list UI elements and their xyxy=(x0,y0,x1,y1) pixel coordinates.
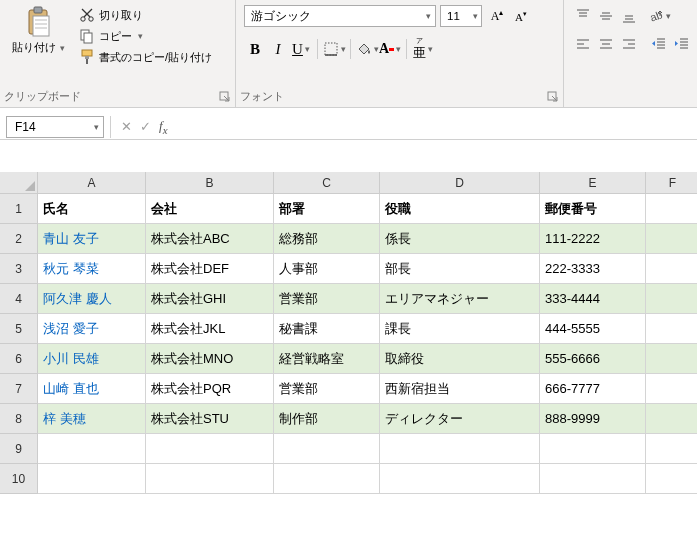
align-middle-button[interactable] xyxy=(595,5,617,27)
cell[interactable] xyxy=(380,434,540,464)
cell[interactable]: 株式会社PQR xyxy=(146,374,274,404)
cell[interactable]: 555-6666 xyxy=(540,344,646,374)
fill-color-button[interactable]: ▾ xyxy=(356,38,378,60)
cell[interactable] xyxy=(540,434,646,464)
paste-button[interactable]: 貼り付け▾ xyxy=(4,2,73,59)
cell[interactable] xyxy=(646,374,697,404)
cell[interactable] xyxy=(646,224,697,254)
cell[interactable]: 梓 美穂 xyxy=(38,404,146,434)
cell[interactable] xyxy=(540,464,646,494)
cell[interactable]: 株式会社DEF xyxy=(146,254,274,284)
row-header[interactable]: 6 xyxy=(0,344,38,374)
decrease-indent-button[interactable] xyxy=(648,33,670,55)
cell[interactable] xyxy=(646,314,697,344)
cell[interactable]: 人事部 xyxy=(274,254,380,284)
cell[interactable]: 取締役 xyxy=(380,344,540,374)
cell[interactable]: 株式会社ABC xyxy=(146,224,274,254)
column-header[interactable]: D xyxy=(380,172,540,194)
row-header[interactable]: 8 xyxy=(0,404,38,434)
cell[interactable]: 444-5555 xyxy=(540,314,646,344)
column-header[interactable]: F xyxy=(646,172,697,194)
cell[interactable]: 総務部 xyxy=(274,224,380,254)
cell[interactable] xyxy=(646,284,697,314)
italic-button[interactable]: I xyxy=(267,38,289,60)
copy-button[interactable]: コピー ▾ xyxy=(75,26,216,46)
row-header[interactable]: 3 xyxy=(0,254,38,284)
cell[interactable]: 役職 xyxy=(380,194,540,224)
cut-button[interactable]: 切り取り xyxy=(75,5,216,25)
cell[interactable] xyxy=(646,344,697,374)
fx-icon[interactable]: fx xyxy=(159,118,167,136)
cell[interactable]: 株式会社GHI xyxy=(146,284,274,314)
cell[interactable] xyxy=(646,254,697,284)
align-center-button[interactable] xyxy=(595,33,617,55)
cell[interactable] xyxy=(146,434,274,464)
dialog-launcher-icon[interactable] xyxy=(547,91,559,103)
cell[interactable]: 山崎 直也 xyxy=(38,374,146,404)
increase-indent-button[interactable] xyxy=(671,33,693,55)
cell[interactable]: 青山 友子 xyxy=(38,224,146,254)
cell[interactable]: 経営戦略室 xyxy=(274,344,380,374)
cell[interactable] xyxy=(646,464,697,494)
select-all-corner[interactable] xyxy=(0,172,38,194)
cell[interactable]: 株式会社MNO xyxy=(146,344,274,374)
bold-button[interactable]: B xyxy=(244,38,266,60)
cell[interactable]: 制作部 xyxy=(274,404,380,434)
row-header[interactable]: 10 xyxy=(0,464,38,494)
cell[interactable]: 株式会社JKL xyxy=(146,314,274,344)
cell[interactable] xyxy=(38,434,146,464)
cell[interactable]: 222-3333 xyxy=(540,254,646,284)
cell[interactable]: 係長 xyxy=(380,224,540,254)
row-header[interactable]: 5 xyxy=(0,314,38,344)
row-header[interactable]: 7 xyxy=(0,374,38,404)
name-box[interactable]: F14 ▾ xyxy=(6,116,104,138)
cell[interactable]: 氏名 xyxy=(38,194,146,224)
decrease-font-button[interactable]: A▾ xyxy=(510,5,532,27)
cell[interactable]: ディレクター xyxy=(380,404,540,434)
row-header[interactable]: 1 xyxy=(0,194,38,224)
row-header[interactable]: 9 xyxy=(0,434,38,464)
cell[interactable]: 阿久津 慶人 xyxy=(38,284,146,314)
cell[interactable] xyxy=(646,404,697,434)
cell[interactable]: 営業部 xyxy=(274,374,380,404)
cell[interactable]: 秋元 琴菜 xyxy=(38,254,146,284)
column-header[interactable]: E xyxy=(540,172,646,194)
cell[interactable]: 小川 民雄 xyxy=(38,344,146,374)
cell[interactable]: 課長 xyxy=(380,314,540,344)
column-header[interactable]: A xyxy=(38,172,146,194)
cell[interactable] xyxy=(646,194,697,224)
cell[interactable]: 111-2222 xyxy=(540,224,646,254)
cell[interactable] xyxy=(646,434,697,464)
cell[interactable]: 株式会社STU xyxy=(146,404,274,434)
align-top-button[interactable] xyxy=(572,5,594,27)
column-header[interactable]: B xyxy=(146,172,274,194)
increase-font-button[interactable]: A▴ xyxy=(486,5,508,27)
row-header[interactable]: 2 xyxy=(0,224,38,254)
formula-input[interactable] xyxy=(177,116,697,138)
align-left-button[interactable] xyxy=(572,33,594,55)
cell[interactable]: 部長 xyxy=(380,254,540,284)
cell[interactable]: 333-4444 xyxy=(540,284,646,314)
enter-icon[interactable]: ✓ xyxy=(140,119,151,134)
align-right-button[interactable] xyxy=(618,33,640,55)
align-bottom-button[interactable] xyxy=(618,5,640,27)
dialog-launcher-icon[interactable] xyxy=(219,91,231,103)
cell[interactable]: 888-9999 xyxy=(540,404,646,434)
column-header[interactable]: C xyxy=(274,172,380,194)
cell[interactable]: 666-7777 xyxy=(540,374,646,404)
format-painter-button[interactable]: 書式のコピー/貼り付け xyxy=(75,47,216,67)
cancel-icon[interactable]: ✕ xyxy=(121,119,132,134)
cell[interactable]: 郵便番号 xyxy=(540,194,646,224)
underline-button[interactable]: U▾ xyxy=(290,38,312,60)
cell[interactable]: 会社 xyxy=(146,194,274,224)
cell[interactable] xyxy=(146,464,274,494)
cell[interactable]: 西新宿担当 xyxy=(380,374,540,404)
row-header[interactable]: 4 xyxy=(0,284,38,314)
border-button[interactable]: ▾ xyxy=(323,38,345,60)
font-size-selector[interactable]: 11 ▾ xyxy=(440,5,482,27)
orientation-button[interactable]: ab▾ xyxy=(648,5,670,27)
phonetic-button[interactable]: ア亜▾ xyxy=(412,38,434,60)
cell[interactable] xyxy=(274,434,380,464)
cell[interactable]: エリアマネジャー xyxy=(380,284,540,314)
font-name-selector[interactable]: 游ゴシック ▾ xyxy=(244,5,436,27)
